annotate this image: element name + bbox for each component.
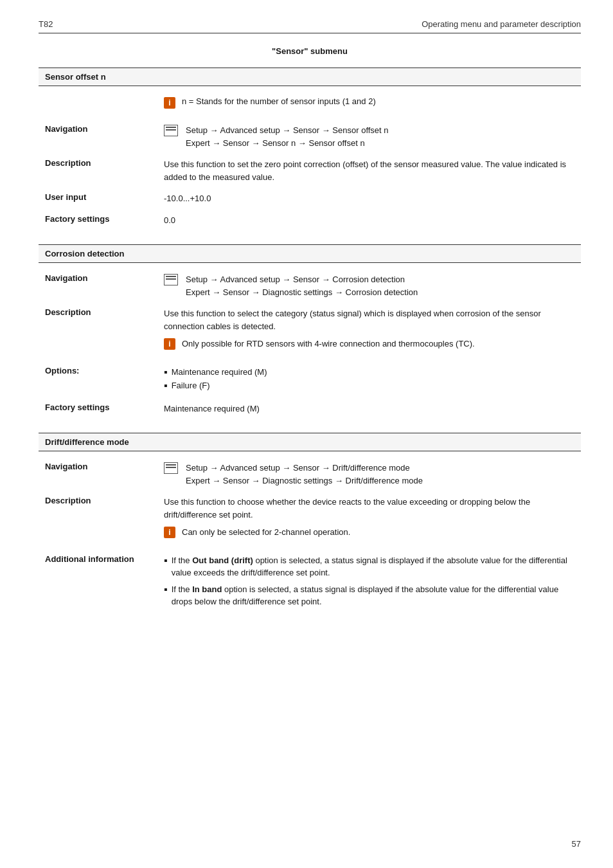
additional-info-row: Additional information ▪ If the Out band…: [39, 554, 581, 610]
options-content: ▪ Maintenance required (M) ▪ Failure (F): [164, 366, 574, 393]
info-icon-2: i: [164, 338, 175, 350]
info-text-2: Only possible for RTD sensors with 4-wir…: [182, 338, 475, 350]
navigation-row-2: Navigation Setup → Advanced setup → Sens…: [39, 273, 581, 298]
description-text-2: Use this function to select the category…: [164, 307, 574, 332]
nav-icon-3: [164, 462, 178, 474]
navigation-row-1: Navigation Setup → Advanced setup → Sens…: [39, 124, 581, 149]
nav-line2-2: Expert → Sensor → Diagnostic settings → …: [186, 286, 574, 299]
info-box-2: i Only possible for RTD sensors with 4-w…: [164, 338, 574, 350]
section-drift: Drift/difference mode Navigation Setup →…: [39, 433, 581, 610]
nav-row-2: Setup → Advanced setup → Sensor → Corros…: [164, 273, 574, 298]
submenu-title: "Sensor" submenu: [39, 46, 581, 56]
section-header-corrosion: Corrosion detection: [39, 244, 581, 263]
navigation-content-3: Setup → Advanced setup → Sensor → Drift/…: [164, 462, 574, 487]
info-note-row: i n = Stands for the number of sensor in…: [39, 96, 581, 115]
description-row-1: Description Use this function to set the…: [39, 158, 581, 183]
section-corrosion: Corrosion detection Navigation Setup → A…: [39, 244, 581, 415]
options-row: Options: ▪ Maintenance required (M) ▪ Fa…: [39, 366, 581, 393]
user-input-content: -10.0...+10.0: [164, 192, 574, 205]
option-text-2: Failure (F): [172, 379, 210, 392]
additional-info-content: ▪ If the Out band (drift) option is sele…: [164, 554, 574, 610]
option-text-1: Maintenance required (M): [172, 366, 267, 379]
info-icon: i: [164, 97, 175, 109]
nav-content-2: Setup → Advanced setup → Sensor → Corros…: [186, 273, 574, 298]
info-box-3: i Can only be selected for 2-channel ope…: [164, 526, 574, 539]
add-bullet-1: ▪: [164, 554, 168, 566]
info-text: n = Stands for the number of sensor inpu…: [182, 96, 376, 106]
description-label-3: Description: [45, 496, 164, 505]
user-input-label: User input: [45, 192, 164, 202]
section-header-drift: Drift/difference mode: [39, 433, 581, 451]
navigation-content-1: Setup → Advanced setup → Sensor → Sensor…: [164, 124, 574, 149]
options-label: Options:: [45, 366, 164, 375]
nav-row-1: Setup → Advanced setup → Sensor → Sensor…: [164, 124, 574, 149]
nav-content-1: Setup → Advanced setup → Sensor → Sensor…: [186, 124, 574, 149]
info-text-3: Can only be selected for 2-channel opera…: [182, 526, 350, 539]
info-box: i n = Stands for the number of sensor in…: [164, 96, 376, 109]
nav-row-3: Setup → Advanced setup → Sensor → Drift/…: [164, 462, 574, 487]
navigation-row-3: Navigation Setup → Advanced setup → Sens…: [39, 462, 581, 487]
section-sensor-offset: Sensor offset n i n = Stands for the num…: [39, 68, 581, 226]
navigation-content-2: Setup → Advanced setup → Sensor → Corros…: [164, 273, 574, 298]
nav-line1-2: Setup → Advanced setup → Sensor → Corros…: [186, 273, 574, 286]
description-content-2: Use this function to select the category…: [164, 307, 574, 357]
description-row-3: Description Use this function to choose …: [39, 496, 581, 545]
additional-info-label: Additional information: [45, 554, 164, 564]
factory-settings-content-1: 0.0: [164, 214, 574, 227]
bullet-1: ▪: [164, 366, 168, 378]
bullet-2: ▪: [164, 379, 168, 392]
info-icon-3: i: [164, 527, 175, 538]
description-text-3: Use this function to choose whether the …: [164, 496, 574, 521]
factory-settings-content-2: Maintenance required (M): [164, 402, 574, 415]
description-content-1: Use this function to set the zero point …: [164, 158, 574, 183]
nav-content-3: Setup → Advanced setup → Sensor → Drift/…: [186, 462, 574, 487]
nav-line1-3: Setup → Advanced setup → Sensor → Drift/…: [186, 462, 574, 475]
add-bullet-2: ▪: [164, 583, 168, 595]
navigation-label-3: Navigation: [45, 462, 164, 471]
page-header: T82 Operating menu and parameter descrip…: [39, 19, 581, 33]
description-label-1: Description: [45, 158, 164, 168]
description-content-3: Use this function to choose whether the …: [164, 496, 574, 545]
add-info-text-1: If the Out band (drift) option is select…: [172, 554, 574, 579]
factory-settings-row-2: Factory settings Maintenance required (M…: [39, 402, 581, 415]
factory-settings-row-1: Factory settings 0.0: [39, 214, 581, 227]
nav-icon-1: [164, 125, 178, 136]
user-input-row: User input -10.0...+10.0: [39, 192, 581, 205]
section-header-sensor-offset: Sensor offset n: [39, 68, 581, 86]
option-item-2: ▪ Failure (F): [164, 379, 574, 392]
header-right: Operating menu and parameter description: [422, 19, 581, 29]
option-item-1: ▪ Maintenance required (M): [164, 366, 574, 379]
nav-line1: Setup → Advanced setup → Sensor → Sensor…: [186, 124, 574, 137]
description-label-2: Description: [45, 307, 164, 317]
navigation-label-2: Navigation: [45, 273, 164, 283]
factory-settings-label-1: Factory settings: [45, 214, 164, 224]
navigation-label-1: Navigation: [45, 124, 164, 134]
page-number: 57: [572, 839, 581, 849]
add-info-text-2: If the In band option is selected, a sta…: [172, 583, 574, 608]
nav-icon-2: [164, 274, 178, 285]
description-row-2: Description Use this function to select …: [39, 307, 581, 357]
nav-line2-3: Expert → Sensor → Diagnostic settings → …: [186, 475, 574, 487]
page: T82 Operating menu and parameter descrip…: [0, 0, 613, 868]
factory-settings-label-2: Factory settings: [45, 402, 164, 412]
add-info-item-2: ▪ If the In band option is selected, a s…: [164, 583, 574, 608]
header-left: T82: [39, 19, 53, 29]
add-info-item-1: ▪ If the Out band (drift) option is sele…: [164, 554, 574, 579]
nav-line2: Expert → Sensor → Sensor n → Sensor offs…: [186, 137, 574, 150]
